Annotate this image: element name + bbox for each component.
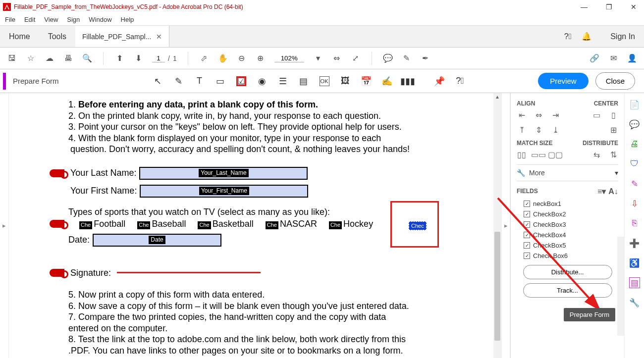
- field-item[interactable]: ✓CheckBox2: [517, 209, 618, 219]
- hand-icon[interactable]: ✋: [218, 53, 228, 63]
- cloud-upload-icon[interactable]: ☁: [45, 53, 54, 63]
- close-window-button[interactable]: ✕: [626, 3, 641, 11]
- menu-sign[interactable]: Sign: [67, 16, 80, 23]
- chk-baseball[interactable]: Che: [137, 221, 150, 229]
- prepare-form-icon[interactable]: ▤: [629, 277, 640, 288]
- checkbox-tool-icon[interactable]: ☑: [236, 76, 246, 86]
- distribute-v-icon[interactable]: ⇅: [608, 150, 618, 159]
- edit-pdf-icon[interactable]: ✎: [629, 178, 640, 189]
- lastname-field[interactable]: Your_Last_Name: [139, 167, 308, 180]
- tab-tools[interactable]: Tools: [39, 26, 75, 47]
- help-icon[interactable]: ?⃝: [563, 32, 573, 42]
- page-down-icon[interactable]: ⬇: [133, 53, 143, 63]
- signature-line[interactable]: [117, 272, 261, 273]
- edit-tool-icon[interactable]: ✎: [174, 76, 184, 86]
- menu-view[interactable]: View: [44, 16, 58, 23]
- link-icon[interactable]: 🔗: [590, 53, 599, 63]
- sign-in-link[interactable]: Sign In: [601, 26, 644, 47]
- list-tool-icon[interactable]: ☰: [278, 76, 288, 86]
- fields-sort-icon[interactable]: A↓: [608, 187, 618, 197]
- field-item[interactable]: ✓CheckBox4: [517, 230, 618, 240]
- tab-home[interactable]: Home: [0, 26, 39, 47]
- cursor-icon[interactable]: ⬀: [199, 53, 209, 63]
- field-item[interactable]: ✓neckBox1: [517, 199, 618, 209]
- sign-icon[interactable]: ✒: [421, 53, 430, 63]
- scroll-up-icon[interactable]: ▲: [493, 94, 501, 100]
- export-pdf-icon[interactable]: ⇩: [629, 198, 640, 209]
- fit-width-icon[interactable]: ⇔: [332, 53, 342, 63]
- comment-icon[interactable]: 💬: [383, 53, 393, 63]
- bell-icon[interactable]: 🔔: [582, 32, 591, 42]
- field-item[interactable]: ✓Check Box6: [517, 251, 618, 261]
- preview-button[interactable]: Preview: [538, 73, 588, 89]
- align-top-icon[interactable]: ⤒: [517, 125, 527, 135]
- new-checkbox-field[interactable]: Chec: [409, 221, 427, 230]
- doc-scrollbar[interactable]: ▲: [493, 93, 501, 358]
- button-tool-icon[interactable]: OK: [320, 76, 329, 86]
- scan-icon[interactable]: 🖨: [629, 139, 640, 150]
- share-person-icon[interactable]: 👤: [627, 53, 637, 63]
- fields-menu-icon[interactable]: ≡▾: [597, 186, 607, 196]
- organize-icon[interactable]: ⎘: [629, 218, 640, 229]
- menu-file[interactable]: File: [5, 16, 15, 23]
- menu-help[interactable]: Help: [121, 16, 134, 23]
- save-icon[interactable]: 🖫: [7, 53, 17, 63]
- center-h-icon[interactable]: ▭: [591, 110, 601, 120]
- radio-tool-icon[interactable]: ◉: [257, 76, 267, 86]
- align-middle-icon[interactable]: ⇕: [534, 125, 543, 135]
- firstname-field[interactable]: Your_First_Name: [140, 185, 308, 198]
- document-area[interactable]: 1. Before entering any data, print a bla…: [9, 93, 501, 358]
- close-button[interactable]: Close: [595, 72, 635, 90]
- signature-tool-icon[interactable]: ✍: [382, 76, 392, 86]
- dropdown-tool-icon[interactable]: ▤: [299, 76, 309, 86]
- form-help-icon[interactable]: ?⃝: [455, 76, 465, 86]
- center-both-icon[interactable]: ⊞: [608, 125, 618, 135]
- distribute-h-icon[interactable]: ⇆: [591, 150, 601, 159]
- zoom-out-icon[interactable]: ⊖: [237, 53, 247, 63]
- highlight-icon[interactable]: ✎: [402, 53, 412, 63]
- right-panel-toggle[interactable]: ▸: [501, 93, 510, 358]
- align-center-h-icon[interactable]: ⇔: [534, 110, 543, 120]
- date-tool-icon[interactable]: 📅: [361, 76, 371, 86]
- align-left-icon[interactable]: ⇤: [517, 110, 527, 120]
- field-item[interactable]: ✓CheckBox5: [517, 240, 618, 251]
- select-tool-icon[interactable]: ↖: [153, 76, 163, 86]
- barcode-tool-icon[interactable]: ▮▮▮: [403, 76, 413, 86]
- pin-icon[interactable]: 📌: [434, 76, 444, 86]
- field-item[interactable]: ✓CheckBox3: [517, 219, 618, 230]
- chk-hockey[interactable]: Che: [329, 221, 342, 229]
- chk-football[interactable]: Che: [79, 221, 92, 229]
- page-up-icon[interactable]: ⬆: [114, 53, 124, 63]
- zoom-dropdown-icon[interactable]: ▾: [313, 53, 323, 63]
- print-icon[interactable]: 🖶: [63, 53, 73, 63]
- minimize-button[interactable]: ―: [577, 3, 591, 11]
- scroll-thumb[interactable]: [494, 232, 500, 341]
- search-icon[interactable]: 🔍: [82, 53, 92, 63]
- match-width-icon[interactable]: ▯▯: [517, 150, 527, 159]
- mail-icon[interactable]: ✉: [608, 53, 618, 63]
- document-tab[interactable]: Fillable_PDF_Sampl... ✕: [75, 26, 169, 47]
- page-number-input[interactable]: [152, 54, 165, 62]
- match-both-icon[interactable]: ▢▢: [550, 150, 560, 159]
- maximize-button[interactable]: ❐: [601, 3, 616, 11]
- chk-basketball[interactable]: Che: [198, 221, 211, 229]
- align-bottom-icon[interactable]: ⤓: [550, 125, 560, 135]
- track-button[interactable]: Track...: [523, 283, 612, 298]
- image-tool-icon[interactable]: 🖼: [340, 76, 350, 86]
- match-height-icon[interactable]: ▭▭: [534, 150, 543, 159]
- align-right-icon[interactable]: ⇥: [550, 110, 560, 120]
- create-pdf-icon[interactable]: 📄: [629, 99, 640, 110]
- comment-tool-icon[interactable]: 💬: [629, 119, 640, 130]
- close-tab-icon[interactable]: ✕: [156, 33, 162, 41]
- menu-window[interactable]: Window: [89, 16, 111, 23]
- protect-icon[interactable]: 🛡: [629, 158, 640, 169]
- center-v-icon[interactable]: ▯: [608, 110, 618, 120]
- star-icon[interactable]: ☆: [26, 53, 36, 63]
- combine-icon[interactable]: ➕: [629, 238, 640, 249]
- textbox-tool-icon[interactable]: ▭: [215, 76, 225, 86]
- fit-page-icon[interactable]: ⤢: [351, 53, 361, 63]
- more-menu[interactable]: 🔧More ▾: [517, 169, 618, 177]
- text-field-tool-icon[interactable]: T: [195, 76, 205, 86]
- accessibility-icon[interactable]: ♿: [629, 257, 640, 268]
- left-panel-toggle[interactable]: ▸: [0, 93, 9, 358]
